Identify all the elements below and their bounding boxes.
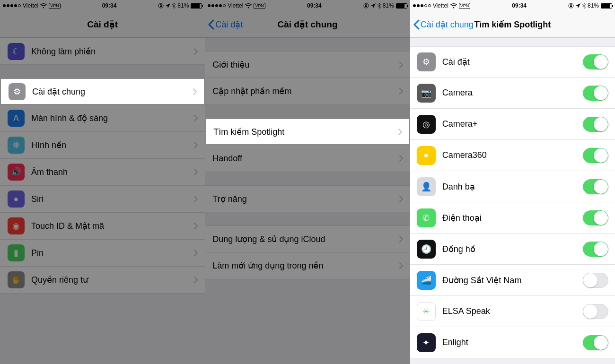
carrier-label: Viettel bbox=[23, 2, 38, 9]
battery-icon bbox=[191, 3, 202, 9]
app-icon: 📷 bbox=[417, 84, 436, 103]
row-label: Handoff bbox=[212, 154, 398, 164]
toggle-switch[interactable] bbox=[583, 86, 608, 101]
general-row[interactable]: Làm mới ứng dụng trong nền bbox=[205, 252, 410, 279]
location-icon bbox=[371, 3, 376, 8]
battery-pct: 81% bbox=[383, 2, 394, 9]
settings-row[interactable]: ❋Hình nền bbox=[0, 132, 205, 159]
app-icon: ● bbox=[417, 146, 436, 165]
row-label: Màn hình & độ sáng bbox=[31, 113, 193, 123]
general-row[interactable]: Handoff bbox=[205, 145, 410, 172]
bluetooth-icon bbox=[378, 3, 381, 9]
rotation-lock-icon bbox=[363, 3, 369, 9]
status-bar: Viettel VPN 09:34 81% bbox=[205, 0, 410, 11]
row-label: Pin bbox=[31, 248, 193, 258]
toggle-switch[interactable] bbox=[583, 242, 608, 257]
bluetooth-icon bbox=[172, 3, 176, 9]
settings-row[interactable]: ✋Quyền riêng tư bbox=[0, 267, 205, 294]
wifi-icon bbox=[450, 3, 457, 9]
location-icon bbox=[166, 3, 170, 8]
nav-bar: Cài đặt Cài đặt chung bbox=[205, 11, 410, 38]
status-time: 09:34 bbox=[307, 2, 322, 9]
settings-row[interactable]: AMàn hình & độ sáng bbox=[0, 105, 205, 132]
settings-row[interactable]: ▮Pin bbox=[0, 240, 205, 267]
row-label: Giới thiệu bbox=[212, 60, 398, 70]
toggle-switch[interactable] bbox=[583, 304, 608, 319]
settings-row[interactable]: ⚙Cài đặt chung bbox=[0, 78, 205, 105]
page-title: Cài đặt bbox=[87, 19, 118, 30]
row-label: Danh bạ bbox=[442, 182, 583, 192]
screen-settings-root: Viettel VPN 09:34 81% Cài đặt ☾Không làm… bbox=[0, 0, 205, 364]
row-label: Điện thoại bbox=[442, 213, 583, 223]
toggle-switch[interactable] bbox=[583, 273, 608, 288]
back-button[interactable]: Cài đặt chung bbox=[413, 19, 474, 30]
chevron-right-icon bbox=[399, 235, 404, 243]
settings-row[interactable]: 🔊Âm thanh bbox=[0, 159, 205, 186]
spotlight-row: ⚙Cài đặt bbox=[410, 46, 615, 78]
status-bar: Viettel VPN 09:34 81% bbox=[0, 0, 205, 11]
settings-row[interactable]: ●Siri bbox=[0, 186, 205, 213]
settings-row[interactable]: ☾Không làm phiền bbox=[0, 38, 205, 65]
chevron-right-icon bbox=[193, 141, 198, 149]
spotlight-row: ◎Camera+ bbox=[410, 109, 615, 140]
row-label: Không làm phiền bbox=[31, 46, 193, 57]
row-label: Trợ năng bbox=[212, 194, 398, 204]
row-icon: ◉ bbox=[8, 217, 25, 234]
chevron-right-icon bbox=[399, 87, 404, 95]
row-icon: A bbox=[8, 110, 25, 127]
general-row[interactable]: Dung lượng & sử dụng iCloud bbox=[205, 225, 410, 252]
chevron-right-icon bbox=[193, 249, 198, 257]
row-label: Đường Sắt Việt Nam bbox=[442, 275, 583, 286]
toggle-switch[interactable] bbox=[583, 335, 608, 350]
row-icon: ✋ bbox=[8, 271, 25, 288]
chevron-right-icon bbox=[193, 88, 197, 95]
battery-pct: 81% bbox=[177, 2, 189, 9]
app-icon: ⚙ bbox=[417, 52, 436, 71]
rotation-lock-icon bbox=[158, 3, 164, 9]
settings-list: ☾Không làm phiền⚙Cài đặt chungAMàn hình … bbox=[0, 38, 205, 364]
app-icon: ✆ bbox=[417, 208, 436, 227]
back-button[interactable]: Cài đặt bbox=[208, 19, 243, 30]
signal-strength-icon bbox=[208, 4, 226, 7]
row-icon: ● bbox=[8, 191, 25, 208]
svg-rect-3 bbox=[365, 6, 367, 7]
battery-icon bbox=[601, 3, 612, 9]
bluetooth-icon bbox=[582, 3, 586, 9]
general-row[interactable]: Trợ năng bbox=[205, 185, 410, 212]
app-icon: 👤 bbox=[417, 177, 436, 196]
toggle-switch[interactable] bbox=[583, 148, 608, 163]
toggle-switch[interactable] bbox=[583, 210, 608, 225]
toggle-switch[interactable] bbox=[583, 54, 608, 69]
spotlight-row: ✆Điện thoại bbox=[410, 202, 615, 234]
row-label: Âm thanh bbox=[31, 167, 193, 177]
toggle-switch[interactable] bbox=[583, 179, 608, 194]
row-label: Camera bbox=[442, 88, 583, 98]
row-icon: ❋ bbox=[8, 137, 25, 154]
app-icon: ✳ bbox=[417, 302, 436, 321]
row-label: Camera360 bbox=[442, 150, 583, 160]
general-row[interactable]: Tìm kiếm Spotlight bbox=[205, 118, 410, 145]
spotlight-row: 📷Camera bbox=[410, 78, 615, 109]
back-label: Cài đặt chung bbox=[421, 19, 474, 30]
svg-rect-5 bbox=[570, 6, 572, 7]
chevron-right-icon bbox=[193, 276, 198, 284]
row-label: ELSA Speak bbox=[442, 306, 583, 316]
chevron-right-icon bbox=[399, 262, 404, 269]
app-icon: 🚄 bbox=[417, 271, 436, 290]
chevron-right-icon bbox=[399, 61, 404, 69]
carrier-label: Viettel bbox=[433, 2, 448, 9]
row-label: Đồng hồ bbox=[442, 244, 583, 254]
signal-strength-icon bbox=[413, 4, 431, 7]
general-row[interactable]: Giới thiệu bbox=[205, 51, 410, 78]
screen-general-settings: Viettel VPN 09:34 81% Cài đặt Cài đặ bbox=[205, 0, 410, 364]
settings-row[interactable]: ◉Touch ID & Mật mã bbox=[0, 213, 205, 240]
toggle-switch[interactable] bbox=[583, 117, 608, 132]
row-label: Enlight bbox=[442, 338, 583, 347]
page-title: Tìm kiếm Spotlight bbox=[474, 19, 551, 30]
svg-rect-1 bbox=[160, 6, 162, 7]
location-icon bbox=[576, 3, 580, 8]
general-row[interactable]: Cập nhật phần mềm bbox=[205, 78, 410, 105]
chevron-right-icon bbox=[193, 195, 198, 203]
chevron-right-icon bbox=[193, 168, 198, 176]
row-label: Tìm kiếm Spotlight bbox=[213, 127, 397, 137]
